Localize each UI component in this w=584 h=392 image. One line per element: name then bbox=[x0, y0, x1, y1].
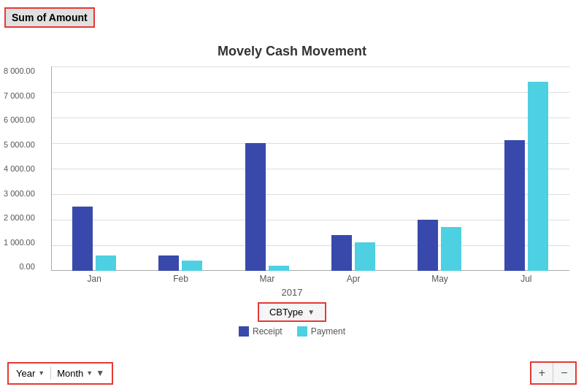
bar-receipt-apr bbox=[331, 235, 352, 271]
x-label-may: May bbox=[396, 274, 483, 284]
legend-payment-label: Payment bbox=[311, 326, 345, 337]
bar-payment-may bbox=[441, 227, 461, 271]
year-month-group: Year ▼ Month ▼ ▼ bbox=[7, 362, 113, 385]
bar-receipt-may bbox=[418, 220, 438, 271]
legend-payment-color bbox=[297, 326, 307, 337]
cbtype-dropdown-arrow: ▼ bbox=[307, 308, 315, 316]
year-label: 2017 bbox=[0, 287, 584, 298]
sum-of-amount-button[interactable]: Sum of Amount bbox=[4, 7, 95, 28]
x-label-jan: Jan bbox=[51, 274, 137, 284]
legend-receipt-label: Receipt bbox=[253, 326, 283, 337]
chart-title: Movely Cash Movement bbox=[0, 44, 584, 59]
bar-group-feb bbox=[137, 66, 223, 271]
bar-group-jul bbox=[483, 66, 569, 271]
month-dropdown-button[interactable]: Month ▼ ▼ bbox=[54, 366, 107, 380]
bar-receipt-feb bbox=[158, 255, 179, 271]
bar-receipt-jul bbox=[504, 140, 525, 271]
y-label-0: 0.00 bbox=[19, 262, 34, 271]
bar-group-mar bbox=[224, 66, 310, 271]
chart-plot-area: 8 000.00 7 000.00 6 000.00 5 000.00 4 00… bbox=[51, 66, 569, 271]
x-label-mar: Mar bbox=[224, 274, 310, 284]
y-label-1000: 1 000.00 bbox=[4, 238, 35, 247]
zoom-in-button[interactable]: + bbox=[531, 363, 553, 383]
filter-icon: ▼ bbox=[96, 368, 104, 378]
cbtype-section: CBType ▼ Receipt Payment bbox=[0, 302, 584, 337]
y-label-8000: 8 000.00 bbox=[4, 66, 35, 75]
bar-receipt-jan bbox=[72, 207, 93, 271]
year-dropdown-arrow: ▼ bbox=[38, 369, 45, 377]
year-month-divider bbox=[50, 366, 51, 380]
bar-receipt-mar bbox=[245, 143, 266, 271]
bar-group-apr bbox=[310, 66, 396, 271]
cbtype-label: CBType bbox=[269, 307, 303, 318]
y-label-4000: 4 000.00 bbox=[4, 164, 35, 173]
bottom-controls: Year ▼ Month ▼ ▼ + − bbox=[0, 361, 584, 385]
bar-payment-apr bbox=[355, 242, 375, 271]
bar-payment-jul bbox=[528, 82, 548, 271]
x-label-feb: Feb bbox=[137, 274, 223, 284]
x-label-apr: Apr bbox=[310, 274, 396, 284]
month-dropdown-label: Month bbox=[57, 368, 83, 379]
y-label-2000: 2 000.00 bbox=[4, 213, 35, 222]
bar-payment-jan bbox=[96, 255, 116, 271]
bar-payment-feb bbox=[182, 261, 202, 271]
year-dropdown-label: Year bbox=[16, 368, 35, 379]
x-label-jul: Jul bbox=[483, 274, 569, 284]
legend-payment: Payment bbox=[297, 326, 345, 337]
x-axis-labels: JanFebMarAprMayJul bbox=[51, 274, 569, 284]
zoom-controls: + − bbox=[530, 361, 577, 385]
chart-legend: Receipt Payment bbox=[239, 326, 345, 337]
y-label-7000: 7 000.00 bbox=[4, 91, 35, 100]
year-dropdown-button[interactable]: Year ▼ bbox=[13, 366, 47, 380]
y-label-5000: 5 000.00 bbox=[4, 140, 35, 149]
legend-receipt-color bbox=[239, 326, 249, 337]
bar-group-may bbox=[396, 66, 483, 271]
y-label-3000: 3 000.00 bbox=[4, 189, 35, 198]
bar-payment-mar bbox=[269, 266, 289, 271]
bars-area bbox=[51, 66, 569, 271]
bar-group-jan bbox=[51, 66, 137, 271]
y-label-6000: 6 000.00 bbox=[4, 115, 35, 124]
legend-receipt: Receipt bbox=[239, 326, 283, 337]
cbtype-filter-button[interactable]: CBType ▼ bbox=[258, 302, 326, 322]
month-dropdown-arrow: ▼ bbox=[86, 369, 93, 377]
zoom-out-button[interactable]: − bbox=[553, 363, 575, 383]
chart-container: Movely Cash Movement 8 000.00 7 000.00 6… bbox=[0, 44, 584, 337]
